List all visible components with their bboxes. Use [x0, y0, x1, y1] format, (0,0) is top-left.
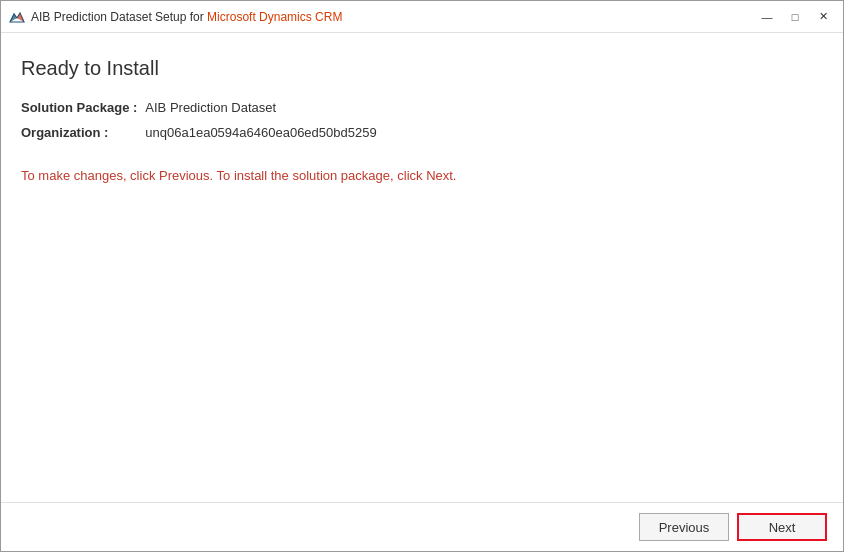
solution-package-value: AIB Prediction Dataset [145, 100, 823, 115]
solution-package-label: Solution Package : [21, 100, 137, 115]
svg-marker-1 [10, 14, 17, 22]
title-bar-text: AIB Prediction Dataset Setup for Microso… [31, 10, 755, 24]
maximize-button[interactable]: □ [783, 7, 807, 27]
title-bar: AIB Prediction Dataset Setup for Microso… [1, 1, 843, 33]
page-title: Ready to Install [21, 57, 823, 80]
organization-label: Organization : [21, 125, 137, 140]
main-window: AIB Prediction Dataset Setup for Microso… [0, 0, 844, 552]
main-content: Ready to Install Solution Package : AIB … [1, 33, 843, 502]
organization-value: unq06a1ea0594a6460ea06ed50bd5259 [145, 125, 823, 140]
app-icon [9, 9, 25, 25]
svg-marker-2 [17, 13, 24, 22]
footer: Previous Next [1, 502, 843, 551]
previous-button[interactable]: Previous [639, 513, 729, 541]
close-button[interactable]: ✕ [811, 7, 835, 27]
instruction-text: To make changes, click Previous. To inst… [21, 168, 823, 183]
info-grid: Solution Package : AIB Prediction Datase… [21, 100, 823, 140]
minimize-button[interactable]: — [755, 7, 779, 27]
window-controls: — □ ✕ [755, 7, 835, 27]
next-button[interactable]: Next [737, 513, 827, 541]
